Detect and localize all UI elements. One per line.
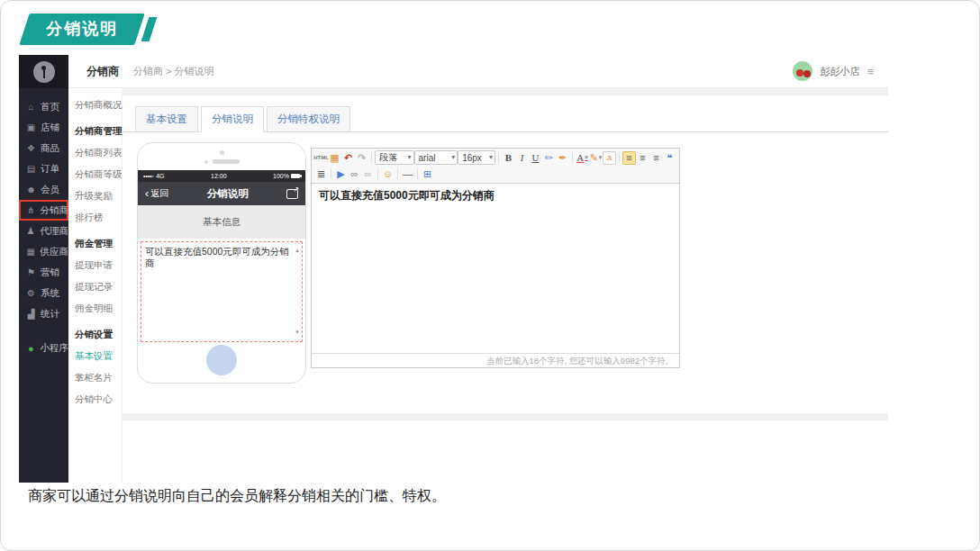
toolbar-divider — [572, 152, 573, 163]
submenu-item-commission-detail[interactable]: 佣金明细 — [68, 298, 122, 320]
image-icon[interactable]: ▦ — [328, 151, 341, 165]
align-center-icon[interactable]: ≡ — [636, 151, 649, 165]
align-left-icon[interactable]: ≡ — [622, 151, 636, 165]
table-icon[interactable]: ⊞ — [421, 167, 434, 181]
submenu-item-withdraw-apply[interactable]: 提现申请 — [68, 255, 122, 276]
redo-icon[interactable]: ↷ — [355, 151, 368, 165]
sidebar-item-agents[interactable]: ♟ 代理商 — [19, 221, 68, 241]
content-background: 基本设置 分销说明 分销特权说明 — [122, 88, 888, 420]
phone-speaker-bar — [213, 159, 240, 164]
underline-icon[interactable]: U — [529, 151, 542, 165]
logo-icon — [33, 61, 55, 83]
submenu-item-overview[interactable]: 分销商概况 — [68, 95, 122, 116]
font-family-select[interactable]: arial — [414, 150, 458, 165]
toolbar-divider — [371, 152, 372, 163]
tab-distribution-note[interactable]: 分销说明 — [201, 106, 264, 132]
settings-card: 基本设置 分销说明 分销特权说明 — [122, 95, 888, 413]
sidebar-item-suppliers[interactable]: ▦ 供应商 — [19, 241, 68, 262]
sidebar-item-label: 营销 — [41, 266, 59, 279]
app-logo[interactable] — [19, 55, 68, 88]
submenu-group-distributor-management: 分销商管理 — [68, 121, 122, 142]
submenu-item-distributor-list[interactable]: 分销商列表 — [68, 142, 122, 164]
remove-format-icon[interactable]: ✏ — [542, 151, 556, 165]
primary-sidebar: ⌂ 首页 ▣ 店铺 ❖ 商品 ▤ 订单 — [19, 55, 68, 483]
battery-icon — [291, 174, 300, 178]
html-source-icon[interactable]: HTML — [314, 151, 328, 165]
sidebar-item-statistics[interactable]: ▟ 统计 — [19, 303, 68, 324]
sidebar-item-miniprogram[interactable]: ● 小程序 — [19, 338, 68, 358]
phone-status-bar: ••••◦ 4G 12:00 100% — [138, 170, 305, 182]
shop-avatar[interactable] — [793, 61, 812, 81]
phone-preview: ••••◦ 4G 12:00 100% ‹ 返回 — [137, 142, 306, 384]
members-icon: ☻ — [25, 185, 37, 194]
submenu-item-ranking[interactable]: 排行榜 — [68, 207, 122, 229]
font-size-select[interactable]: 16px — [458, 150, 495, 165]
submenu-item-upgrade-reward[interactable]: 升级奖励 — [68, 185, 122, 207]
editor-content[interactable]: 可以直接充值5000元即可成为分销商 — [312, 184, 679, 353]
submenu-item-shopkeeper-card[interactable]: 掌柜名片 — [68, 367, 122, 389]
editor-char-count: 当前已输入18个字符, 您还可以输入9982个字符。 — [312, 353, 679, 367]
sidebar-item-home[interactable]: ⌂ 首页 — [19, 96, 68, 117]
tab-distribution-privilege-note[interactable]: 分销特权说明 — [267, 106, 350, 132]
link-icon[interactable]: ∞ — [348, 167, 361, 181]
battery-indicator: 100% — [273, 173, 300, 179]
sidebar-item-distributor[interactable]: ⋔ 分销商 — [19, 200, 68, 221]
app-header: 分销商 分销商 > 分销说明 彭彭小店 ≡ — [68, 55, 888, 88]
tab-basic-settings[interactable]: 基本设置 — [135, 106, 198, 132]
line-height-icon[interactable]: ≣ — [314, 167, 328, 181]
sidebar-item-label: 供应商 — [41, 246, 69, 258]
toolbar-divider — [619, 152, 620, 163]
format-painter-icon[interactable]: ✒ — [556, 151, 569, 165]
italic-icon[interactable]: I — [515, 151, 529, 165]
toolbar-divider — [498, 152, 499, 163]
sidebar-item-marketing[interactable]: ⚑ 营销 — [19, 262, 68, 283]
signal-indicator: ••••◦ 4G — [143, 173, 165, 179]
submenu-item-distribution-center[interactable]: 分销中心 — [68, 389, 122, 411]
chevron-left-icon: ‹ — [145, 189, 149, 198]
submenu-item-withdraw-record[interactable]: 提现记录 — [68, 276, 122, 298]
toolbar-divider — [397, 168, 398, 179]
auto-typeset-icon[interactable]: a — [603, 151, 616, 165]
undo-icon[interactable]: ↶ — [341, 151, 355, 165]
sidebar-item-label: 商品 — [41, 142, 59, 155]
highlight-color-icon[interactable]: ✎ — [589, 151, 603, 165]
sidebar-item-goods[interactable]: ❖ 商品 — [19, 138, 68, 158]
sidebar-item-label: 订单 — [41, 163, 59, 176]
page-caption: 商家可以通过分销说明向自己的会员解释分销相关的门槛、特权。 — [28, 487, 446, 506]
system-icon: ⚙ — [25, 288, 37, 298]
secondary-sidebar: 分销商概况 分销商管理 分销商列表 分销商等级 升级奖励 排行榜 佣金管理 提现… — [68, 88, 122, 483]
font-color-icon[interactable]: A — [576, 151, 589, 165]
menu-icon[interactable]: ≡ — [867, 65, 874, 78]
align-right-icon[interactable]: ≡ — [649, 151, 663, 165]
status-time: 12:00 — [211, 173, 227, 179]
sidebar-item-orders[interactable]: ▤ 订单 — [19, 158, 68, 179]
unlink-icon[interactable]: ∞ — [361, 167, 375, 181]
blockquote-icon[interactable]: ❝ — [663, 151, 676, 165]
sidebar-item-label: 小程序 — [41, 342, 69, 355]
sidebar-item-label: 分销商 — [41, 204, 69, 217]
sidebar-item-label: 会员 — [41, 184, 59, 196]
submenu-group-distribution-settings: 分销设置 — [68, 324, 122, 346]
submenu-group-commission-management: 佣金管理 — [68, 233, 122, 255]
tab-bar: 基本设置 分销说明 分销特权说明 — [122, 95, 888, 132]
sidebar-item-label: 店铺 — [41, 122, 59, 134]
screenshot-page: 分销说明 ⌂ 首页 ▣ 店铺 — [0, 0, 980, 551]
sidebar-item-system[interactable]: ⚙ 系统 — [19, 283, 68, 303]
shop-name[interactable]: 彭彭小店 — [820, 65, 859, 78]
submenu-item-distributor-level[interactable]: 分销商等级 — [68, 164, 122, 185]
media-icon[interactable]: ▶ — [334, 167, 348, 181]
sidebar-item-label: 系统 — [41, 287, 59, 300]
bold-icon[interactable]: B — [502, 151, 515, 165]
toolbar-divider — [417, 168, 418, 179]
share-icon[interactable] — [286, 189, 298, 199]
emoji-icon[interactable]: ☺ — [381, 167, 395, 181]
back-button[interactable]: ‹ 返回 — [145, 187, 168, 200]
phone-sensor-dot — [204, 160, 208, 164]
sidebar-item-store[interactable]: ▣ 店铺 — [19, 117, 68, 138]
submenu-item-basic-settings[interactable]: 基本设置 — [68, 346, 122, 367]
phone-content-text: 可以直接充值5000元即可成为分销商 — [145, 246, 289, 268]
sidebar-item-members[interactable]: ☻ 会员 — [19, 179, 68, 200]
paragraph-select[interactable]: 段落 — [375, 150, 414, 165]
hr-icon[interactable]: — — [401, 167, 414, 181]
distributor-icon: ⋔ — [25, 205, 37, 215]
